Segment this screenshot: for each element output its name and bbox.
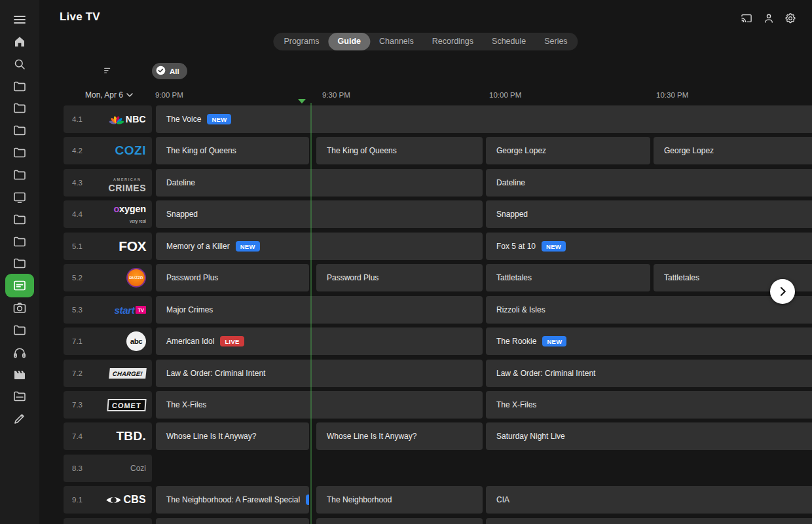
sidebar-item-folder-9[interactable] [12,212,28,227]
sidebar-item-folder-4[interactable] [12,100,28,116]
channel-number: 4.3 [72,179,83,187]
program-cell[interactable]: Password Plus [316,264,483,291]
program-cell[interactable]: Fox 5 at 10NEW [486,233,812,260]
badge-new: NEW [542,336,566,346]
program-cell[interactable]: The X-Files [156,391,483,419]
channel-cell-7.3[interactable]: 7.3COMET [64,391,152,419]
sidebar-item-pencil[interactable] [12,411,28,426]
channel-logo-starttv: startTV [114,296,146,324]
program-cell[interactable]: Password Plus [156,264,309,291]
scroll-right-button[interactable] [770,279,795,304]
sidebar-item-folder-10[interactable] [12,234,28,250]
current-time-marker [298,99,306,103]
tab-guide[interactable]: Guide [329,33,370,50]
program-cell[interactable]: Snapped [486,200,812,228]
sidebar-item-home[interactable] [12,34,28,50]
sidebar-item-folder-3[interactable] [12,79,28,94]
program-cell[interactable]: Whose Line Is It Anyway? [156,422,309,450]
program-cell[interactable]: Tattletales [486,264,650,291]
tab-channels[interactable]: Channels [370,33,423,50]
tab-schedule[interactable]: Schedule [483,33,535,50]
program-cell[interactable]: George Lopez [486,137,650,164]
program-cell[interactable]: Law & Order: Criminal Intent [486,360,812,387]
channel-logo-cozi: COZI [115,137,146,164]
badge-new: NEW [542,241,566,252]
channel-cell-5.2[interactable]: 5.2BUZZR [64,264,152,291]
sidebar-item-folder-5[interactable] [12,122,28,138]
program-cell[interactable] [486,518,812,524]
channel-cell-true[interactable]: TRUE [64,518,152,524]
program-cell[interactable]: The X-Files [486,391,812,419]
date-picker[interactable]: Mon, Apr 6 [85,90,133,100]
program-cell[interactable]: The RookieNEW [486,328,812,355]
program-cell[interactable]: Rizzoli & Isles [486,296,812,324]
program-title: Memory of a Killer [166,242,230,251]
channel-cell-9.1[interactable]: 9.1CBS [64,486,152,514]
sidebar-item-menu[interactable] [12,12,28,28]
program-cell[interactable]: Snapped [156,200,483,228]
sidebar-item-display[interactable] [12,189,28,205]
program-title: The King of Queens [166,146,236,155]
channel-logo-cbs: CBS [105,486,146,514]
channel-number: 5.1 [72,242,83,250]
program-cell[interactable]: Whose Line Is It Anyway? [316,422,483,450]
program-cell[interactable]: The King of Queens [156,137,309,164]
sidebar-item-folder-docs-17[interactable] [12,388,28,404]
sidebar-item-movie[interactable] [12,367,28,383]
sidebar-item-camera[interactable] [12,300,28,316]
channel-cell-4.1[interactable]: 4.1NBC [64,105,152,133]
badge-new: NEW [207,114,231,124]
sidebar-item-search[interactable] [12,56,28,72]
channel-number: 7.3 [72,401,83,409]
program-cell[interactable]: Law & Order: Criminal Intent [156,360,483,387]
channel-cell-4.3[interactable]: 4.3AMERICANCRIMES [64,169,152,196]
date-label: Mon, Apr 6 [85,90,123,100]
badge-new: NEW [306,495,309,505]
program-cell[interactable]: The King of Queens [316,137,483,164]
sidebar-item-folder-6[interactable] [12,145,28,160]
settings-gear-icon[interactable] [784,12,797,25]
channel-cell-7.4[interactable]: 7.4TBD. [64,422,152,450]
channel-cell-8.3[interactable]: 8.3Cozi [64,455,152,482]
filter-all-chip[interactable]: All [152,63,187,79]
program-cell[interactable]: The Neighborhood [316,486,483,514]
program-cell[interactable]: The VoiceNEW [156,105,812,133]
filter-all-label: All [170,67,179,75]
sidebar-item-headphones[interactable] [12,345,28,360]
sidebar-item-folder-14[interactable] [12,322,28,338]
tab-programs[interactable]: Programs [274,33,328,50]
program-cell[interactable]: CIA [486,486,812,514]
program-title: CIA [496,495,509,504]
tab-recordings[interactable]: Recordings [423,33,483,50]
program-title: American Idol [166,337,214,346]
chevron-down-icon [126,90,133,100]
sidebar-item-folder-11[interactable] [12,255,28,271]
channel-cell-5.3[interactable]: 5.3startTV [64,296,152,324]
program-cell[interactable]: Memory of a KillerNEW [156,233,483,260]
program-cell[interactable]: Saturday Night Live [486,422,812,450]
program-cell[interactable]: George Lopez [654,137,812,164]
channel-cell-7.2[interactable]: 7.2CHARGE! [64,360,152,387]
cast-icon[interactable] [739,12,754,25]
program-cell[interactable]: Dateline [156,169,483,196]
program-cell[interactable] [156,518,309,524]
program-cell[interactable]: The Neighborhood: A Farewell SpecialNEW [156,486,309,514]
channel-number: 5.3 [72,306,83,314]
channel-cell-4.4[interactable]: 4.4oxygenvery real [64,200,152,228]
program-cell[interactable]: American IdolLIVE [156,328,483,355]
live-tv-guide-screen: Live TV ProgramsGuideChannelsRecordingsS… [0,0,812,524]
channel-cell-4.2[interactable]: 4.2COZI [64,137,152,164]
sort-icon[interactable] [102,66,114,76]
channel-cell-7.1[interactable]: 7.1abc [64,328,152,355]
tab-series[interactable]: Series [535,33,576,50]
user-icon[interactable] [762,12,775,25]
program-cell[interactable] [316,518,483,524]
program-cell[interactable]: Dateline [486,169,812,196]
program-title: Law & Order: Criminal Intent [496,369,595,378]
sidebar-item-live-tv[interactable] [12,278,28,293]
sidebar-item-folder-7[interactable] [12,167,28,183]
channel-cell-5.1[interactable]: 5.1FOX [64,233,152,260]
program-cell[interactable]: Major Crimes [156,296,483,324]
program-title: Whose Line Is It Anyway? [166,432,256,441]
page-title: Live TV [60,10,100,24]
